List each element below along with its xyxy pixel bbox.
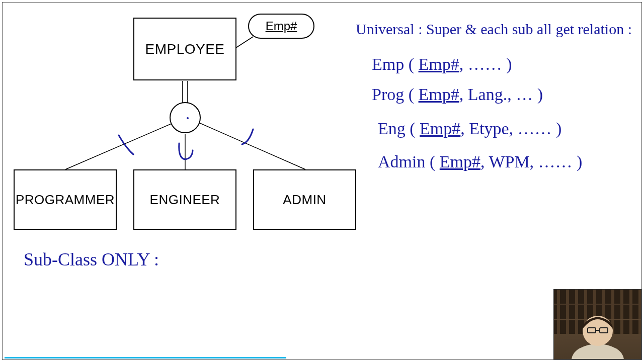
note-relation-emp: Emp ( Emp#, …… ) <box>372 55 512 74</box>
attribute-emp-number-label: Emp# <box>266 19 297 33</box>
svg-line-0 <box>236 37 253 48</box>
entity-employee-label: EMPLOYEE <box>145 41 224 57</box>
note-relation-eng: Eng ( Emp#, Etype, …… ) <box>378 119 561 138</box>
entity-programmer-label: PROGRAMMER <box>16 192 115 208</box>
person-icon <box>568 305 628 359</box>
attribute-emp-number: Emp# <box>248 14 314 39</box>
svg-line-3 <box>65 123 173 169</box>
entity-admin: ADMIN <box>253 169 356 230</box>
entity-employee: EMPLOYEE <box>133 18 236 80</box>
whiteboard-frame: EMPLOYEE Emp# PROGRAMMER ENGINEER ADMIN … <box>2 2 642 360</box>
svg-point-6 <box>572 344 624 359</box>
circle-dot-icon <box>187 117 189 119</box>
svg-line-5 <box>198 122 305 169</box>
note-relation-prog: Prog ( Emp#, Lang., … ) <box>372 85 543 104</box>
note-subclass-only: Sub-Class ONLY : <box>24 249 159 270</box>
video-progress-bar[interactable] <box>5 357 286 358</box>
note-relation-admin: Admin ( Emp#, WPM, …… ) <box>378 152 582 171</box>
entity-engineer: ENGINEER <box>133 169 236 230</box>
webcam-thumbnail <box>553 289 641 359</box>
specialization-circle <box>170 102 201 133</box>
entity-admin-label: ADMIN <box>283 192 326 208</box>
entity-programmer: PROGRAMMER <box>14 169 117 230</box>
note-universal-title: Universal : Super & each sub all get rel… <box>356 21 632 38</box>
entity-engineer-label: ENGINEER <box>150 192 220 208</box>
